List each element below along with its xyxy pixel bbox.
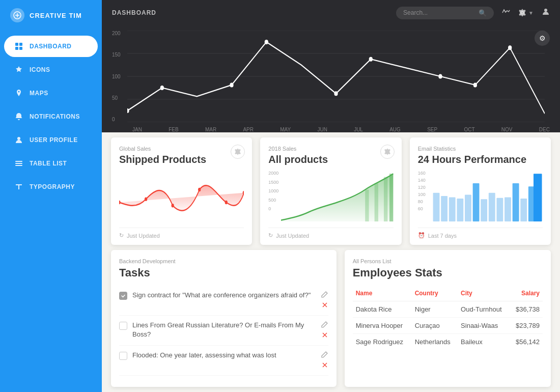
svg-rect-4	[19, 47, 22, 50]
sidebar-item-icons[interactable]: ICONS	[4, 59, 98, 80]
task-actions	[321, 321, 328, 340]
task-actions	[321, 351, 328, 370]
task-checkbox[interactable]	[119, 292, 127, 300]
col-name: Name	[353, 286, 412, 301]
cell-country: Curaçao	[412, 318, 458, 334]
main-chart: 200150100500 JANFEBMARAPRMAY JUNJULAUGSE…	[102, 25, 560, 132]
employees-title: Employees Stats	[353, 266, 543, 279]
tasks-title: Tasks	[119, 266, 328, 279]
task-delete-button[interactable]	[321, 361, 328, 370]
tasks-panel: Backend Development Tasks Sign contract …	[111, 250, 337, 387]
sidebar: CREATIVE TIM DASHBOARD ICONS MAPS NOTIFI…	[0, 0, 102, 392]
svg-rect-31	[375, 183, 378, 221]
task-delete-button[interactable]	[321, 331, 328, 340]
svg-rect-3	[15, 47, 18, 50]
user-icon[interactable]	[542, 8, 550, 18]
svg-point-25	[145, 198, 147, 202]
task-item: Sign contract for "What are conference o…	[119, 286, 328, 316]
search-bar[interactable]: 🔍	[396, 7, 494, 19]
task-item: Flooded: One year later, assessing what …	[119, 346, 328, 376]
svg-rect-7	[15, 163, 22, 164]
cell-salary: $23,789	[510, 318, 543, 334]
svg-point-16	[160, 86, 164, 90]
bottom-row: Backend Development Tasks Sign contract …	[102, 245, 560, 392]
svg-point-5	[17, 137, 20, 140]
refresh-icon: ↻	[119, 232, 124, 239]
sidebar-item-label: ICONS	[30, 66, 50, 73]
dashboard-icon	[14, 42, 23, 51]
sidebar-item-user-profile[interactable]: USER PROFILE	[4, 129, 98, 151]
task-delete-button[interactable]	[321, 301, 328, 310]
card-gear-button[interactable]	[380, 145, 395, 159]
header-actions: ▼	[502, 8, 550, 18]
sidebar-item-dashboard[interactable]: DASHBOARD	[4, 36, 98, 57]
sidebar-item-label: TYPOGRAPHY	[30, 183, 75, 190]
svg-point-22	[473, 82, 477, 87]
svg-point-9	[544, 9, 547, 12]
table-list-icon	[14, 159, 23, 168]
svg-rect-47	[534, 174, 542, 221]
cell-city: Sinaai-Waas	[458, 318, 510, 334]
sidebar-item-table-list[interactable]: TABLE LIST	[4, 153, 98, 174]
svg-point-20	[369, 57, 373, 62]
svg-point-27	[198, 188, 201, 192]
sidebar-item-label: MAPS	[30, 90, 48, 97]
card-label: Global Sales	[119, 146, 244, 152]
svg-rect-39	[472, 183, 479, 221]
card-title: 24 Hours Performance	[418, 154, 543, 165]
employees-panel: All Persons List Employees Stats Name Co…	[345, 250, 551, 387]
task-text: Sign contract for "What are conference o…	[132, 291, 316, 300]
svg-rect-37	[457, 199, 463, 221]
all-products-card: 2018 Sales All products 2000150010005000	[260, 137, 401, 245]
task-edit-button[interactable]	[321, 291, 328, 299]
svg-point-28	[225, 201, 228, 205]
employees-table: Name Country City Salary Dakota Rice Nig…	[353, 286, 543, 379]
sidebar-item-notifications[interactable]: NOTIFICATIONS	[4, 106, 98, 127]
svg-rect-2	[19, 43, 22, 46]
sidebar-item-label: NOTIFICATIONS	[30, 113, 80, 120]
chart-settings-button[interactable]: ⚙	[535, 31, 550, 46]
search-input[interactable]	[403, 9, 474, 16]
task-edit-button[interactable]	[321, 351, 328, 359]
card-footer: ⏰ Last 7 days	[418, 228, 543, 239]
task-edit-button[interactable]	[321, 321, 328, 329]
task-checkbox[interactable]	[119, 352, 127, 360]
icons-icon	[14, 65, 23, 74]
svg-rect-41	[488, 193, 495, 221]
card-title: All products	[268, 154, 393, 165]
col-country: Country	[412, 286, 458, 301]
shipped-products-card: Global Sales Shipped Products	[111, 137, 252, 245]
task-checkbox[interactable]	[119, 322, 127, 330]
typography-icon	[14, 182, 23, 191]
table-row: Dakota Rice Niger Oud-Turnhout $36,738	[353, 301, 543, 318]
sidebar-item-label: USER PROFILE	[30, 136, 78, 144]
page-title: DASHBOARD	[112, 9, 396, 16]
svg-point-21	[438, 74, 442, 79]
cell-city: Oud-Turnhout	[458, 301, 510, 318]
svg-point-24	[119, 201, 121, 205]
svg-rect-42	[496, 198, 503, 221]
table-row: Sage Rodriguez Netherlands Baileux $56,1…	[353, 334, 543, 350]
search-icon: 🔍	[479, 9, 487, 17]
svg-rect-1	[15, 43, 18, 46]
svg-rect-45	[520, 199, 527, 221]
notifications-icon	[14, 112, 23, 121]
card-footer: ↻ Just Updated	[119, 228, 244, 239]
table-row: Minerva Hooper Curaçao Sinaai-Waas $23,7…	[353, 318, 543, 334]
sidebar-item-typography[interactable]: TYPOGRAPHY	[4, 176, 98, 198]
cell-salary: $36,738	[510, 301, 543, 318]
cell-name: Sage Rodriguez	[353, 334, 412, 350]
sidebar-nav: DASHBOARD ICONS MAPS NOTIFICATIONS USER …	[0, 31, 102, 203]
main-content: DASHBOARD 🔍 ▼ 200150100500	[102, 0, 560, 392]
svg-rect-38	[465, 195, 471, 222]
settings-icon[interactable]: ▼	[518, 9, 534, 17]
svg-rect-44	[512, 183, 519, 221]
svg-rect-32	[384, 177, 387, 222]
svg-point-17	[230, 82, 233, 87]
cell-name: Dakota Rice	[353, 301, 412, 318]
sidebar-item-maps[interactable]: MAPS	[4, 82, 98, 104]
maps-icon	[14, 89, 23, 98]
activity-icon[interactable]	[502, 8, 510, 18]
cell-country: Niger	[412, 301, 458, 318]
svg-rect-35	[441, 196, 447, 221]
